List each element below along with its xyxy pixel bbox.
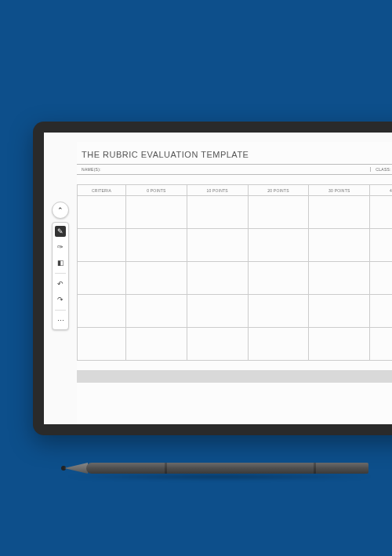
class-field[interactable]: CLASS: bbox=[370, 167, 392, 172]
table-header-row: CRITERIA 0 POINTS 10 POINTS 20 POINTS 30… bbox=[78, 185, 393, 196]
cell[interactable] bbox=[78, 262, 126, 295]
cell[interactable] bbox=[309, 328, 370, 361]
stylus-shadow bbox=[63, 474, 376, 480]
col-10pts-header: 10 POINTS bbox=[187, 185, 248, 196]
cell[interactable] bbox=[126, 295, 187, 328]
cell[interactable] bbox=[126, 196, 187, 229]
tablet-device: ⌃ ✎ ✑ ◧ ↶ ↷ bbox=[33, 122, 392, 435]
total-row: TOTAL: bbox=[77, 370, 392, 383]
cell[interactable] bbox=[187, 328, 248, 361]
cell[interactable] bbox=[309, 295, 370, 328]
eraser-tool-button[interactable]: ◧ bbox=[55, 257, 66, 268]
stylus-pen bbox=[55, 461, 384, 478]
stylus-band bbox=[314, 463, 316, 474]
cell[interactable] bbox=[78, 196, 126, 229]
toolbar-separator bbox=[55, 310, 66, 311]
redo-button[interactable]: ↷ bbox=[55, 294, 66, 305]
cell[interactable] bbox=[370, 328, 392, 361]
cell[interactable] bbox=[126, 328, 187, 361]
cell[interactable] bbox=[370, 229, 392, 262]
table-row bbox=[78, 196, 393, 229]
rubric-table: CRITERIA 0 POINTS 10 POINTS 20 POINTS 30… bbox=[77, 184, 392, 361]
names-field[interactable]: NAME(S): bbox=[77, 167, 370, 172]
redo-icon: ↷ bbox=[57, 296, 64, 303]
undo-icon: ↶ bbox=[57, 281, 64, 288]
cell[interactable] bbox=[248, 229, 309, 262]
cell[interactable] bbox=[370, 196, 392, 229]
highlighter-tool-button[interactable]: ✑ bbox=[55, 242, 66, 253]
cell[interactable] bbox=[248, 295, 309, 328]
table-row bbox=[78, 328, 393, 361]
cell[interactable] bbox=[248, 196, 309, 229]
cell[interactable] bbox=[78, 295, 126, 328]
meta-row: NAME(S): CLASS: bbox=[77, 164, 392, 175]
cell[interactable] bbox=[126, 262, 187, 295]
col-20pts-header: 20 POINTS bbox=[248, 185, 309, 196]
pen-tool-button[interactable]: ✎ bbox=[55, 226, 66, 237]
col-criteria-header: CRITERIA bbox=[78, 185, 126, 196]
cell[interactable] bbox=[309, 262, 370, 295]
cell[interactable] bbox=[370, 262, 392, 295]
cell[interactable] bbox=[248, 328, 309, 361]
undo-button[interactable]: ↶ bbox=[55, 278, 66, 289]
col-30pts-header: 30 POINTS bbox=[309, 185, 370, 196]
table-row bbox=[78, 295, 393, 328]
highlighter-icon: ✑ bbox=[57, 244, 64, 251]
tablet-screen: ⌃ ✎ ✑ ◧ ↶ ↷ bbox=[44, 133, 392, 424]
more-button[interactable]: ⋯ bbox=[55, 315, 66, 326]
toolbar-collapse-button[interactable]: ⌃ bbox=[52, 202, 69, 219]
cell[interactable] bbox=[78, 229, 126, 262]
cell[interactable] bbox=[126, 229, 187, 262]
pen-icon: ✎ bbox=[57, 228, 64, 235]
cell[interactable] bbox=[248, 262, 309, 295]
cell[interactable] bbox=[309, 229, 370, 262]
cell[interactable] bbox=[187, 262, 248, 295]
table-row bbox=[78, 262, 393, 295]
eraser-icon: ◧ bbox=[57, 260, 64, 267]
document-title: THE RUBRIC EVALUATION TEMPLATE bbox=[77, 150, 392, 164]
cell[interactable] bbox=[187, 196, 248, 229]
cell[interactable] bbox=[187, 295, 248, 328]
stylus-tip bbox=[64, 463, 88, 474]
table-row bbox=[78, 229, 393, 262]
more-icon: ⋯ bbox=[57, 318, 64, 325]
cell[interactable] bbox=[309, 196, 370, 229]
col-0pts-header: 0 POINTS bbox=[126, 185, 187, 196]
rubric-document: THE RUBRIC EVALUATION TEMPLATE NAME(S): … bbox=[77, 142, 392, 424]
cell[interactable] bbox=[370, 295, 392, 328]
chevron-up-icon: ⌃ bbox=[57, 207, 64, 214]
cell[interactable] bbox=[78, 328, 126, 361]
annotation-toolbar: ⌃ ✎ ✑ ◧ ↶ ↷ bbox=[52, 202, 69, 330]
toolbar-separator bbox=[55, 273, 66, 274]
col-40pts-header: 40 POINTS bbox=[370, 185, 392, 196]
toolbar-panel: ✎ ✑ ◧ ↶ ↷ ⋯ bbox=[52, 222, 69, 330]
cell[interactable] bbox=[187, 229, 248, 262]
stylus-body bbox=[86, 463, 368, 474]
stylus-band bbox=[165, 463, 167, 474]
